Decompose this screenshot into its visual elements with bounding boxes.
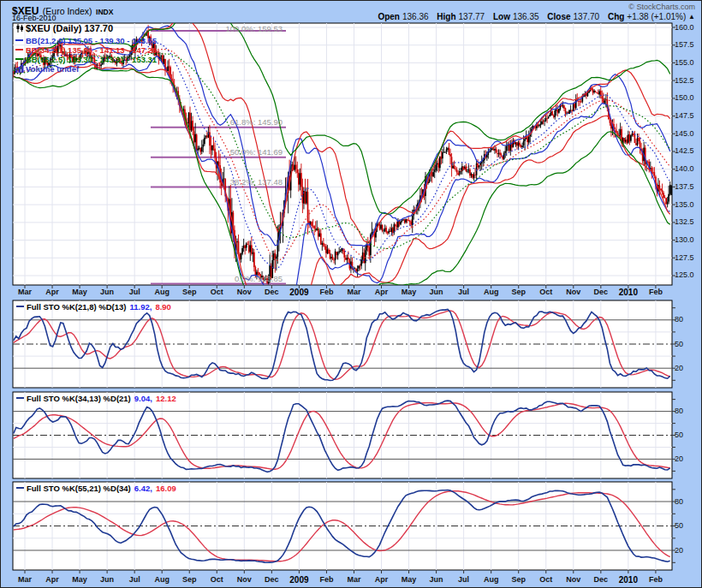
fib-label-61: 61.8%: 145.90 xyxy=(230,117,283,127)
stoch-axis-label: 80 xyxy=(675,315,683,324)
exchange-tag: INDX xyxy=(96,8,113,16)
panel3-k-value: 6.42, xyxy=(134,484,152,493)
panel2-d-value: 12.12 xyxy=(156,394,176,403)
legend-price-label: $XEU (Daily) 137.70 xyxy=(26,23,113,33)
panel1-label: Full STO %K(21,8) %D(13)11.92,8.90 xyxy=(16,302,171,312)
x-axis-label: Feb xyxy=(637,575,675,585)
y-axis-label: 135.0 xyxy=(675,200,694,210)
open-label: Open xyxy=(378,12,400,21)
panel2-k-value: 9.04, xyxy=(134,394,152,403)
panel3-d-value: 16.09 xyxy=(156,484,176,493)
stoch-axis-label: 80 xyxy=(675,497,683,507)
y-axis-label: 150.0 xyxy=(675,93,694,103)
low-label: Low xyxy=(493,12,510,21)
panel1-name: Full STO %K(21,8) %D(13) xyxy=(27,302,127,312)
stoch-axis-label: 20 xyxy=(675,546,683,555)
line-swatch-icon xyxy=(16,306,24,307)
up-arrow-icon: ▲ xyxy=(688,13,695,21)
y-axis-label: 127.5 xyxy=(675,253,694,263)
panel2-label: Full STO %K(34,13) %D(21)9.04,12.12 xyxy=(16,394,176,403)
y-axis-label: 125.0 xyxy=(675,270,694,280)
y-axis-label: 132.5 xyxy=(675,217,694,227)
legend-item-bb34: BB(34,2.1) 135.06 - 141.13 - 147.20 xyxy=(15,45,157,55)
legend-item-volume: Volume undef xyxy=(15,64,79,74)
open-value: 136.36 xyxy=(402,12,429,21)
y-axis-label: 137.5 xyxy=(675,182,694,192)
low-value: 136.35 xyxy=(513,12,539,21)
fib-label-38: 38.2%: 137.48 xyxy=(230,177,283,187)
y-axis-label: 145.0 xyxy=(675,129,694,139)
y-axis-label: 155.0 xyxy=(675,58,694,68)
legend-item-price: $XEU (Daily) 137.70 xyxy=(15,24,113,33)
stoch-axis-label: 20 xyxy=(675,364,683,373)
y-axis-label: 142.5 xyxy=(675,146,694,156)
stoch-axis-label: 50 xyxy=(675,340,683,349)
line-swatch-icon xyxy=(15,58,23,60)
quote-bar: Open136.36 High137.77 Low136.35 Close137… xyxy=(372,12,695,21)
panel1-k-value: 11.92, xyxy=(130,302,152,312)
fib-label-100: 100.0%: 159.53 xyxy=(225,24,283,33)
x-axis-label: Feb xyxy=(637,288,675,297)
line-swatch-icon xyxy=(16,397,24,399)
stoch-axis-label: 50 xyxy=(675,521,683,531)
stockcharts-page: $XEU (Euro Index) INDX 16-Feb-2010 © Sto… xyxy=(0,0,702,588)
line-swatch-icon xyxy=(15,49,23,50)
panel2-name: Full STO %K(34,13) %D(21) xyxy=(27,394,131,403)
panel3-label: Full STO %K(55,21) %D(34)6.42,16.09 xyxy=(16,484,176,493)
legend-bb34-label: BB(34,2.1) 135.06 - 141.13 - 147.20 xyxy=(26,45,157,55)
fib-label-0: 0.0%: 123.85 xyxy=(235,274,283,283)
y-axis-label: 160.0 xyxy=(675,23,694,33)
change-label: Chg xyxy=(608,12,624,21)
close-label: Close xyxy=(547,12,570,21)
stoch-axis-label: 50 xyxy=(675,431,683,440)
candlestick-icon xyxy=(15,24,24,33)
high-value: 137.77 xyxy=(459,12,485,21)
y-axis-label: 152.5 xyxy=(675,76,694,86)
fib-label-50: 50.0%: 141.69 xyxy=(230,147,283,157)
line-swatch-icon xyxy=(16,487,24,489)
legend-bb55-label: BB(55,2.5) 133.30 - 143.31 - 153.31 xyxy=(26,55,157,64)
panel3-name: Full STO %K(55,21) %D(34) xyxy=(27,484,131,493)
stoch-axis-label: 20 xyxy=(675,454,683,464)
high-label: High xyxy=(437,12,455,21)
panel1-d-value: 8.90 xyxy=(155,302,171,312)
copyright-link: © StockCharts.com xyxy=(628,3,695,11)
y-axis-label: 130.0 xyxy=(675,235,694,245)
volume-icon xyxy=(15,65,24,73)
legend-item-bb21: BB(21,2.0) 135.05 - 139.30 - 143.55 xyxy=(15,36,157,45)
change-value: +1.38 (+1.01%) xyxy=(627,12,686,21)
y-axis-label: 140.0 xyxy=(675,164,694,174)
y-axis-label: 157.5 xyxy=(675,40,694,50)
legend-item-bb55: BB(55,2.5) 133.30 - 143.31 - 153.31 xyxy=(15,55,157,64)
legend-bb21-label: BB(21,2.0) 135.05 - 139.30 - 143.55 xyxy=(26,36,157,45)
stoch-axis-label: 80 xyxy=(675,407,683,416)
legend-volume-label: Volume undef xyxy=(26,64,79,74)
y-axis-label: 147.5 xyxy=(675,111,694,121)
chart-date: 16-Feb-2010 xyxy=(12,14,57,22)
close-value: 137.70 xyxy=(574,12,600,21)
line-swatch-icon xyxy=(15,39,23,41)
